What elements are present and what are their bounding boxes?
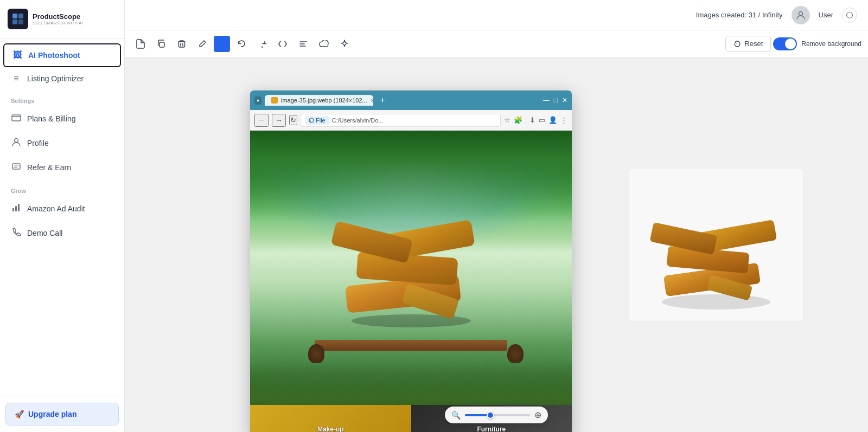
zoom-in-icon[interactable]: ⊕	[534, 410, 541, 420]
svg-point-14	[662, 294, 770, 310]
svg-rect-9	[18, 204, 20, 211]
forward-button[interactable]: →	[272, 114, 286, 127]
new-tab-button[interactable]: +	[376, 94, 388, 106]
zoom-thumb[interactable]	[487, 411, 494, 419]
zoom-fill	[465, 414, 488, 416]
svg-text:i: i	[310, 119, 311, 122]
image-editor-toolbar: Reset Remove background	[125, 30, 868, 57]
browser-address-bar: ← → ↻ i File C:/Users/alvin/Do... ☆ 🧩 ⬇ …	[250, 110, 572, 131]
profile-browser-icon[interactable]: 👤	[548, 116, 557, 124]
svg-rect-1	[18, 14, 23, 18]
sidebar-item-profile[interactable]: Profile	[3, 131, 121, 155]
svg-rect-8	[15, 206, 17, 211]
undo-button[interactable]	[232, 35, 251, 53]
upgrade-label: Upgrade plan	[28, 410, 76, 418]
address-text: C:/Users/alvin/Do...	[332, 117, 384, 124]
remove-bg-toggle[interactable]	[773, 37, 797, 50]
extension-icon[interactable]: 🧩	[514, 116, 522, 124]
menu-dots-icon[interactable]: ⋮	[560, 116, 567, 124]
result-product-image	[629, 169, 803, 321]
settings-button[interactable]	[842, 8, 857, 23]
sidebar-item-plans-billing[interactable]: Plans & Billing	[3, 107, 121, 131]
sparkle-button[interactable]	[335, 35, 354, 53]
split-view-icon[interactable]: ▭	[539, 116, 545, 124]
listing-optimizer-label: Listing Optimizer	[27, 74, 84, 83]
close-window-button[interactable]: ✕	[562, 96, 567, 104]
bookmark-icon[interactable]: ☆	[504, 116, 510, 124]
svg-rect-7	[12, 208, 14, 211]
photoshoot-icon: 🖼	[12, 50, 23, 60]
svg-rect-13	[179, 42, 185, 47]
browser-page-content: Make-up Furniture	[250, 131, 572, 432]
refer-earn-label: Refer & Earn	[27, 163, 71, 172]
sidebar-footer: 🚀 Upgrade plan	[0, 396, 124, 432]
browser-window: ▾ image-35-jpg.webp (1024×102... ✕ + — □…	[250, 90, 572, 432]
thumbnail-makeup[interactable]: Make-up	[250, 405, 411, 432]
maximize-button[interactable]: □	[554, 96, 558, 104]
remove-bg-toggle-container: Remove background	[773, 37, 861, 50]
canvas-area: ▾ image-35-jpg.webp (1024×102... ✕ + — □…	[125, 57, 868, 432]
reset-button[interactable]: Reset	[725, 36, 771, 51]
cloud-button[interactable]	[315, 35, 333, 53]
svg-point-5	[15, 139, 18, 143]
zoom-out-icon[interactable]: 🔍	[451, 411, 461, 420]
demo-call-label: Demo Call	[27, 229, 62, 237]
delete-button[interactable]	[173, 35, 191, 53]
logo-icon	[8, 9, 28, 29]
remove-bg-label: Remove background	[801, 40, 861, 48]
file-icon-button[interactable]	[131, 35, 150, 53]
sidebar-item-amazon-ad-audit[interactable]: Amazon Ad Audit	[3, 197, 121, 221]
redo-button[interactable]	[253, 35, 271, 53]
browser-tab[interactable]: image-35-jpg.webp (1024×102... ✕	[265, 95, 373, 106]
sidebar-item-ai-photoshoot[interactable]: 🖼 AI Photoshoot	[3, 43, 121, 67]
zoom-control-bar: 🔍 ⊕	[445, 407, 548, 423]
avatar	[792, 6, 810, 24]
svg-point-10	[799, 11, 802, 15]
edit-button[interactable]	[193, 35, 212, 53]
sidebar: ProductScope SELL SMARTER WITH AI 🖼 AI P…	[0, 0, 125, 432]
sidebar-item-demo-call[interactable]: Demo Call	[3, 221, 121, 245]
svg-rect-0	[12, 14, 17, 18]
upgrade-plan-button[interactable]: 🚀 Upgrade plan	[5, 403, 119, 425]
tab-title: image-35-jpg.webp (1024×102...	[281, 97, 367, 104]
align-button[interactable]	[294, 35, 312, 53]
refer-icon	[11, 162, 22, 173]
profile-icon	[11, 137, 22, 149]
browser-dropdown-btn[interactable]: ▾	[254, 96, 261, 105]
back-button[interactable]: ←	[254, 114, 269, 127]
window-controls: — □ ✕	[543, 96, 567, 104]
tab-close-btn[interactable]: ✕	[371, 98, 373, 104]
minimize-button[interactable]: —	[543, 96, 550, 104]
download-icon[interactable]: ⬇	[529, 116, 535, 124]
file-protocol-label: i File	[305, 116, 329, 125]
wooden-board	[315, 340, 508, 351]
tab-favicon-icon	[271, 97, 278, 104]
thumbnail-makeup-label: Make-up	[317, 425, 344, 432]
svg-rect-6	[12, 164, 20, 169]
color-picker-swatch[interactable]	[214, 36, 230, 52]
logo-text-group: ProductScope SELL SMARTER WITH AI	[33, 12, 82, 26]
sidebar-navigation: 🖼 AI Photoshoot ≡ Listing Optimizer Sett…	[0, 38, 124, 396]
app-tagline: SELL SMARTER WITH AI	[33, 21, 82, 25]
sidebar-item-listing-optimizer[interactable]: ≡ Listing Optimizer	[3, 68, 121, 89]
code-button[interactable]	[273, 35, 292, 53]
billing-icon	[11, 113, 22, 125]
plans-billing-label: Plans & Billing	[27, 114, 76, 123]
copy-button[interactable]	[152, 35, 170, 53]
browser-chrome-bar: ▾ image-35-jpg.webp (1024×102... ✕ + — □…	[250, 91, 572, 110]
address-field[interactable]: i File C:/Users/alvin/Do...	[301, 114, 501, 127]
logo-area: ProductScope SELL SMARTER WITH AI	[0, 0, 124, 38]
app-name: ProductScope	[33, 12, 82, 21]
sidebar-item-refer-earn[interactable]: Refer & Earn	[3, 156, 121, 179]
result-image-container	[629, 169, 803, 321]
topbar: Images created: 31 / Infinity User	[125, 0, 868, 30]
settings-section-label: Settings	[0, 90, 124, 106]
svg-point-11	[847, 12, 853, 18]
ai-photoshoot-label: AI Photoshoot	[28, 51, 80, 60]
upgrade-icon: 🚀	[15, 410, 24, 418]
svg-rect-3	[18, 20, 23, 24]
audit-icon	[11, 203, 22, 215]
zoom-slider[interactable]	[465, 414, 530, 416]
phone-icon	[11, 227, 22, 239]
refresh-button[interactable]: ↻	[289, 115, 297, 125]
